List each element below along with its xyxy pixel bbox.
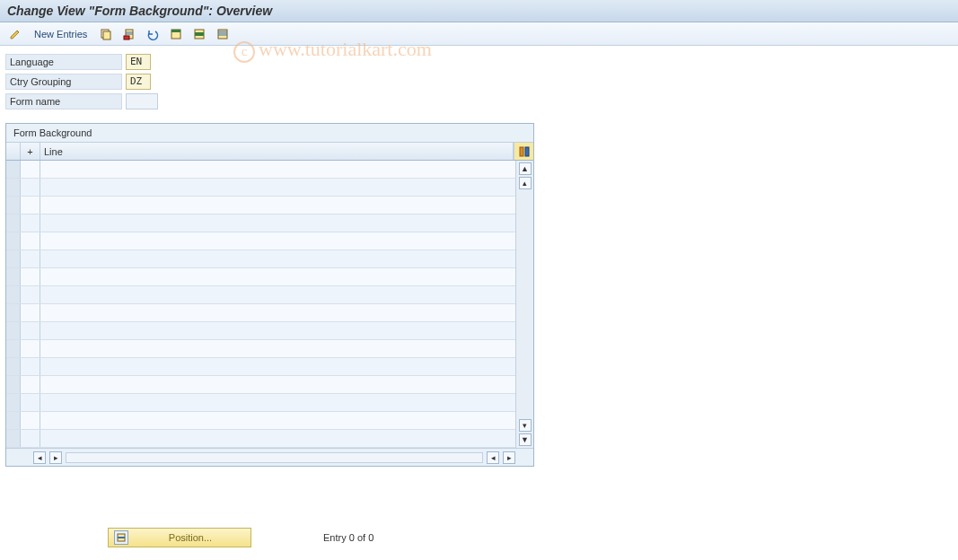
form-name-field[interactable]	[126, 93, 158, 109]
row-plus-cell[interactable]	[21, 430, 40, 447]
row-plus-cell[interactable]	[21, 214, 40, 232]
row-line-cell[interactable]	[40, 322, 515, 339]
grid-rows	[6, 161, 515, 448]
row-line-cell[interactable]	[40, 376, 515, 393]
row-plus-cell[interactable]	[21, 268, 40, 285]
table-row[interactable]	[6, 304, 515, 322]
row-plus-cell[interactable]	[21, 358, 40, 375]
row-line-cell[interactable]	[40, 394, 515, 411]
row-plus-cell[interactable]	[21, 179, 40, 196]
table-row[interactable]	[6, 322, 515, 340]
footer: Position... Entry 0 of 0	[0, 528, 958, 547]
row-selector[interactable]	[6, 304, 21, 321]
scroll-track[interactable]	[66, 452, 483, 463]
vertical-scrollbar[interactable]: ▲ ▴ ▾ ▼	[515, 161, 533, 448]
row-line-cell[interactable]	[40, 340, 515, 357]
new-entries-button[interactable]: New Entries	[29, 29, 92, 39]
row-plus-cell[interactable]	[21, 412, 40, 429]
table-row[interactable]	[6, 412, 515, 430]
language-field[interactable]: EN	[126, 54, 151, 70]
row-plus-cell[interactable]	[21, 250, 40, 267]
scroll-down-step-icon[interactable]: ▾	[519, 419, 532, 432]
row-selector[interactable]	[6, 358, 21, 375]
row-selector[interactable]	[6, 322, 21, 339]
row-plus-cell[interactable]	[21, 232, 40, 249]
table-row[interactable]	[6, 286, 515, 304]
row-line-cell[interactable]	[40, 286, 515, 303]
ctry-grouping-label: Ctry Grouping	[5, 74, 122, 90]
table-row[interactable]	[6, 250, 515, 268]
row-plus-cell[interactable]	[21, 286, 40, 303]
deselect-icon[interactable]	[213, 25, 233, 43]
row-plus-cell[interactable]	[21, 322, 40, 339]
table-row[interactable]	[6, 197, 515, 214]
grid-col-line[interactable]: Line	[40, 143, 514, 160]
toolbar: New Entries	[0, 22, 958, 46]
scroll-down-icon[interactable]: ▼	[519, 433, 532, 446]
edit-pencil-icon[interactable]	[5, 25, 25, 43]
scroll-up-icon[interactable]: ▲	[519, 162, 532, 175]
table-row[interactable]	[6, 179, 515, 197]
row-selector[interactable]	[6, 376, 21, 393]
table-row[interactable]	[6, 430, 515, 448]
row-plus-cell[interactable]	[21, 394, 40, 411]
grid-select-all-header[interactable]	[6, 143, 21, 160]
copy-icon[interactable]	[96, 25, 116, 43]
row-selector[interactable]	[6, 179, 21, 196]
table-row[interactable]	[6, 214, 515, 232]
scroll-up-step-icon[interactable]: ▴	[519, 177, 532, 189]
row-line-cell[interactable]	[40, 250, 515, 267]
row-plus-cell[interactable]	[21, 161, 40, 178]
position-label: Position...	[136, 532, 245, 543]
row-selector[interactable]	[6, 268, 21, 285]
table-row[interactable]	[6, 232, 515, 250]
row-line-cell[interactable]	[40, 179, 515, 196]
select-block-icon[interactable]	[189, 25, 209, 43]
table-row[interactable]	[6, 376, 515, 394]
row-selector[interactable]	[6, 214, 21, 232]
scroll-left-icon[interactable]: ▸	[49, 451, 62, 464]
entry-count: Entry 0 of 0	[323, 532, 374, 543]
select-all-icon[interactable]	[166, 25, 186, 43]
row-line-cell[interactable]	[40, 412, 515, 429]
table-row[interactable]	[6, 161, 515, 179]
grid-configure-icon[interactable]	[514, 143, 533, 160]
row-line-cell[interactable]	[40, 358, 515, 375]
svg-rect-14	[520, 147, 523, 156]
scroll-right-icon[interactable]: ◂	[487, 451, 499, 464]
row-line-cell[interactable]	[40, 197, 515, 214]
delete-icon[interactable]	[119, 25, 139, 43]
row-plus-cell[interactable]	[21, 197, 40, 214]
row-selector[interactable]	[6, 286, 21, 303]
row-line-cell[interactable]	[40, 304, 515, 321]
undo-icon[interactable]	[143, 25, 163, 43]
row-plus-cell[interactable]	[21, 376, 40, 393]
row-selector[interactable]	[6, 232, 21, 249]
row-plus-cell[interactable]	[21, 304, 40, 321]
table-row[interactable]	[6, 340, 515, 358]
position-button[interactable]: Position...	[108, 528, 251, 547]
row-selector[interactable]	[6, 430, 21, 447]
ctry-grouping-field[interactable]: DZ	[126, 74, 151, 90]
row-line-cell[interactable]	[40, 430, 515, 447]
scroll-right-last-icon[interactable]: ▸	[503, 451, 515, 464]
page-title: Change View "Form Background": Overview	[0, 0, 958, 22]
row-plus-cell[interactable]	[21, 340, 40, 357]
scroll-left-first-icon[interactable]: ◂	[33, 451, 46, 464]
row-line-cell[interactable]	[40, 214, 515, 232]
row-selector[interactable]	[6, 161, 21, 178]
row-selector[interactable]	[6, 394, 21, 411]
table-row[interactable]	[6, 358, 515, 376]
row-selector[interactable]	[6, 197, 21, 214]
row-selector[interactable]	[6, 412, 21, 429]
row-selector[interactable]	[6, 340, 21, 357]
horizontal-scrollbar[interactable]: ◂ ▸ ◂ ▸	[6, 448, 533, 466]
language-label: Language	[5, 54, 122, 70]
row-line-cell[interactable]	[40, 232, 515, 249]
row-line-cell[interactable]	[40, 161, 515, 178]
row-line-cell[interactable]	[40, 268, 515, 285]
table-row[interactable]	[6, 394, 515, 412]
table-row[interactable]	[6, 268, 515, 286]
row-selector[interactable]	[6, 250, 21, 267]
grid-col-plus[interactable]: +	[21, 143, 40, 160]
